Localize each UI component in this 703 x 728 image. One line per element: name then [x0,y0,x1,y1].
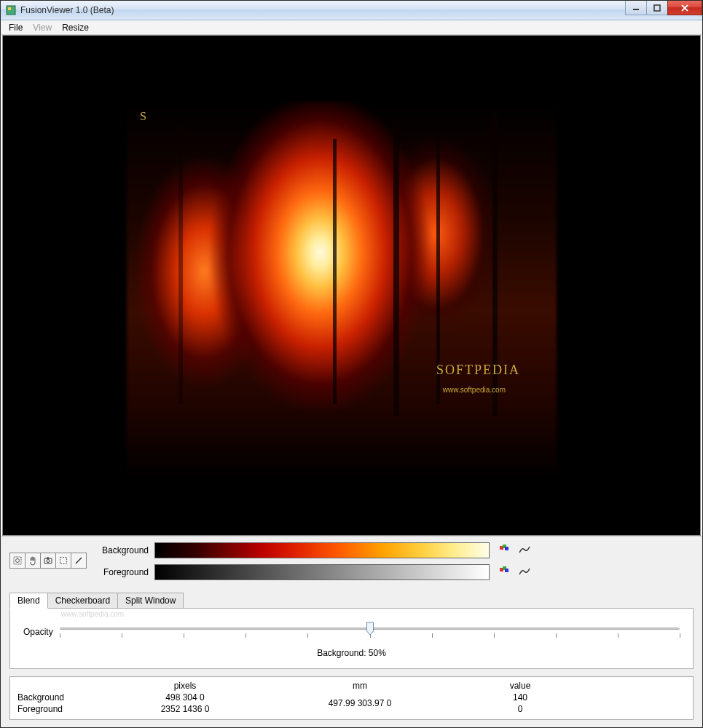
table-header-pixels: pixels [105,680,265,692]
table-header-empty [17,680,105,692]
mode-tabs: Blend Checkerboard Split Window [9,592,694,608]
foreground-gradient[interactable] [154,564,490,580]
svg-rect-1 [8,7,11,10]
tab-checkerboard[interactable]: Checkerboard [47,593,118,609]
svg-line-12 [76,558,82,563]
curve-icon[interactable] [519,567,530,577]
svg-rect-15 [505,547,508,550]
svg-rect-3 [654,5,660,11]
overlay-corner-letter: S [140,110,146,123]
maximize-button[interactable] [646,1,668,15]
pointer-tool-button[interactable] [9,553,25,569]
hand-tool-button[interactable] [25,553,41,569]
svg-rect-18 [505,569,508,572]
svg-point-7 [16,559,20,563]
window-title: FusionViewer 1.0 (Beta) [20,5,114,15]
opacity-slider-thumb[interactable] [366,622,374,636]
tool-buttons [9,553,87,569]
foreground-gradient-label: Foreground [100,567,154,577]
opacity-slider[interactable] [60,622,680,642]
tab-blend[interactable]: Blend [9,593,48,609]
titlebar[interactable]: FusionViewer 1.0 (Beta) [1,1,702,20]
row-value: 140 [455,692,586,703]
background-gradient[interactable] [154,542,490,558]
menu-file[interactable]: File [4,21,28,34]
minimize-button[interactable] [625,1,647,15]
table-row: Background 498 304 0 497.99 303.97 0 140 [17,692,686,703]
row-value: 0 [455,703,586,715]
svg-point-9 [47,560,50,563]
image-viewport[interactable]: S SOFTPEDIA www.softpedia.com [2,35,701,536]
row-mm: 497.99 303.97 0 [265,697,455,709]
row-label: Background [17,692,105,703]
color-picker-icon[interactable] [500,545,511,556]
row-pixels: 498 304 0 [105,692,265,703]
opacity-caption: Background: 50% [23,648,680,658]
menubar: File View Resize [1,20,702,35]
blend-panel: www.softpedia.com Opacity [9,608,694,669]
opacity-label: Opacity [23,627,60,637]
line-tool-button[interactable] [71,553,87,569]
window-controls [626,1,702,15]
app-window: FusionViewer 1.0 (Beta) File View Resize… [0,0,703,728]
table-header-mm: mm [265,680,455,692]
row-pixels: 2352 1436 0 [105,703,265,715]
controls-panel: Background Foreground [1,536,702,727]
overlay-url: www.softpedia.com [443,386,506,394]
info-table: pixels mm value Background 498 304 0 497… [9,676,694,720]
overlay-brand: SOFTPEDIA [436,363,520,378]
select-tool-button[interactable] [55,553,71,569]
svg-rect-6 [14,557,21,564]
svg-rect-11 [60,558,67,564]
menu-resize[interactable]: Resize [57,21,94,34]
tab-split-window[interactable]: Split Window [117,593,184,609]
svg-rect-10 [47,558,49,559]
table-header-value: value [455,680,586,692]
camera-tool-button[interactable] [40,553,56,569]
panel-watermark: www.softpedia.com [61,610,124,618]
app-icon [5,4,17,16]
close-button[interactable] [667,1,702,15]
background-gradient-label: Background [100,545,154,555]
fused-image: S SOFTPEDIA www.softpedia.com [127,101,557,480]
color-picker-icon[interactable] [500,566,511,578]
menu-view[interactable]: View [28,21,57,34]
row-label: Foreground [17,703,105,715]
curve-icon[interactable] [519,545,530,555]
